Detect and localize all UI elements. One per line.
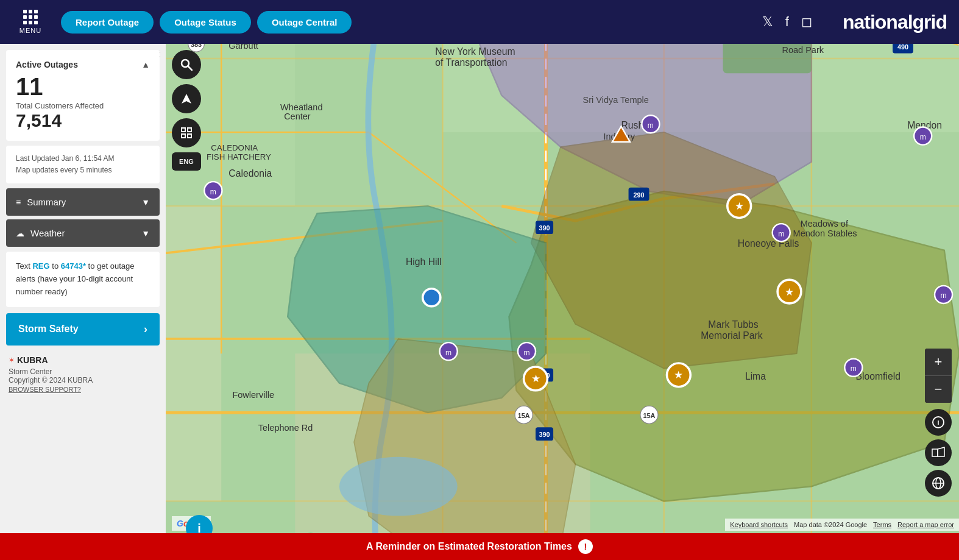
svg-text:Garbutt: Garbutt xyxy=(228,44,258,51)
weather-chevron-icon: ▼ xyxy=(141,229,150,238)
report-outage-button[interactable]: Report Outage xyxy=(61,11,154,34)
search-button[interactable] xyxy=(172,50,201,79)
map-controls-left: ENG xyxy=(172,50,201,171)
sms-keyword: REG xyxy=(32,261,49,271)
browser-support-link[interactable]: BROWSER SUPPORT? xyxy=(9,386,157,393)
svg-text:15A: 15A xyxy=(643,412,656,419)
svg-text:Meadows of: Meadows of xyxy=(801,219,849,229)
instagram-icon[interactable]: ◻ xyxy=(801,14,812,30)
weather-menu-item[interactable]: ☁ Weather ▼ xyxy=(6,219,160,247)
svg-text:Road Park: Road Park xyxy=(782,45,824,55)
outage-status-button[interactable]: Outage Status xyxy=(160,11,251,34)
banner-alert-icon: ! xyxy=(578,539,593,554)
menu-section: ≡ Summary ▼ ☁ Weather ▼ xyxy=(6,188,160,247)
map-type-icon xyxy=(932,446,945,459)
kubra-name: KUBRA xyxy=(17,355,48,365)
svg-text:Honeoye Falls: Honeoye Falls xyxy=(738,238,799,249)
sms-text-before: Text xyxy=(16,261,32,271)
globe-button[interactable] xyxy=(925,470,952,497)
header-nav: Report Outage Outage Status Outage Centr… xyxy=(61,11,352,34)
svg-text:CALEDONIA: CALEDONIA xyxy=(211,143,258,152)
banner-text: A Reminder on Estimated Restoration Time… xyxy=(366,541,572,552)
svg-line-110 xyxy=(188,66,192,70)
svg-text:Mendon Stables: Mendon Stables xyxy=(793,229,857,238)
language-button[interactable]: ENG xyxy=(172,152,201,171)
menu-button[interactable]: MENU xyxy=(12,4,49,40)
svg-rect-112 xyxy=(182,128,185,132)
report-map-error-link[interactable]: Report a map error xyxy=(897,521,954,528)
weather-label: Weather xyxy=(30,228,65,238)
storm-safety-label: Storm Safety xyxy=(18,324,79,335)
svg-text:High Hill: High Hill xyxy=(406,257,442,267)
collapse-icon[interactable]: ▲ xyxy=(141,60,150,69)
svg-rect-118 xyxy=(932,449,938,456)
sms-alert-card: Text REG to 64743* to get outage alerts … xyxy=(6,252,160,307)
svg-text:m: m xyxy=(445,349,451,357)
summary-chevron-icon: ▼ xyxy=(141,197,150,207)
terms-link[interactable]: Terms xyxy=(873,521,891,528)
svg-text:Bloomfield: Bloomfield xyxy=(855,371,900,381)
svg-text:★: ★ xyxy=(735,200,744,212)
svg-text:FISH HATCHERY: FISH HATCHERY xyxy=(207,152,271,161)
map-data-label: Map data ©2024 Google xyxy=(794,521,867,528)
layer-icon: i xyxy=(932,416,945,429)
facebook-icon[interactable]: f xyxy=(785,14,789,30)
svg-text:Rush: Rush xyxy=(621,120,643,130)
svg-text:Telephone Rd: Telephone Rd xyxy=(258,423,313,433)
brand-logo: nationalgrid xyxy=(843,11,947,34)
svg-text:Wheatland: Wheatland xyxy=(280,102,322,112)
layer-button[interactable]: i xyxy=(925,409,952,436)
map-update-interval: Map updates every 5 minutes xyxy=(16,165,150,176)
outage-central-button[interactable]: Outage Central xyxy=(257,11,352,34)
kubra-star-icon: ✶ xyxy=(9,356,15,364)
sidebar: × Active Outages ▲ 11 Total Customers Af… xyxy=(0,44,166,560)
location-button[interactable] xyxy=(172,84,201,113)
storm-center-label: Storm Center xyxy=(9,367,157,376)
svg-text:Caledonia: Caledonia xyxy=(228,168,272,179)
svg-text:i: i xyxy=(937,419,939,426)
bottom-banner[interactable]: A Reminder on Estimated Restoration Time… xyxy=(0,533,959,560)
weather-icon: ☁ xyxy=(16,229,24,238)
outage-summary-card: Active Outages ▲ 11 Total Customers Affe… xyxy=(6,50,160,141)
location-icon xyxy=(180,93,193,105)
svg-rect-114 xyxy=(182,134,185,138)
summary-menu-item[interactable]: ≡ Summary ▼ xyxy=(6,188,160,216)
svg-text:490: 490 xyxy=(897,44,908,51)
expand-button[interactable] xyxy=(172,118,201,147)
svg-text:Memorial Park: Memorial Park xyxy=(701,330,763,341)
total-customers-count: 7,514 xyxy=(16,110,150,131)
keyboard-shortcuts-link[interactable]: Keyboard shortcuts xyxy=(730,521,788,528)
svg-text:m: m xyxy=(523,349,529,357)
map-type-button[interactable] xyxy=(925,439,952,466)
svg-text:m: m xyxy=(210,188,216,196)
storm-safety-chevron-icon: › xyxy=(144,323,147,336)
social-icons: 𝕏 f ◻ nationalgrid xyxy=(762,11,947,34)
svg-text:of Transportation: of Transportation xyxy=(435,57,507,68)
search-icon xyxy=(180,58,193,71)
svg-text:Sri Vidya Temple: Sri Vidya Temple xyxy=(583,95,649,105)
active-outages-count: 11 xyxy=(16,74,150,99)
twitter-icon[interactable]: 𝕏 xyxy=(762,14,773,30)
svg-text:15A: 15A xyxy=(518,412,530,419)
zoom-in-button[interactable]: + xyxy=(925,349,952,375)
outage-header: Active Outages ▲ xyxy=(16,60,150,69)
map-attribution: Keyboard shortcuts Map data ©2024 Google… xyxy=(725,519,959,531)
storm-safety-button[interactable]: Storm Safety › xyxy=(6,313,160,346)
expand-icon xyxy=(180,127,193,139)
sms-number: 64743* xyxy=(61,261,86,271)
summary-label: Summary xyxy=(27,197,66,207)
svg-text:New York Museum: New York Museum xyxy=(435,46,515,57)
summary-icon: ≡ xyxy=(16,197,21,207)
svg-text:★: ★ xyxy=(674,369,683,381)
zoom-out-button[interactable]: − xyxy=(925,376,952,403)
svg-text:Center: Center xyxy=(284,112,311,121)
header: MENU Report Outage Outage Status Outage … xyxy=(0,0,959,44)
zoom-controls: + − xyxy=(925,349,952,403)
svg-text:Mark Tubbs: Mark Tubbs xyxy=(708,319,758,330)
svg-text:m: m xyxy=(778,230,784,238)
svg-rect-115 xyxy=(188,134,191,138)
last-updated-text: Last Updated Jan 6, 11:54 AM xyxy=(16,153,150,165)
sms-text-to: to xyxy=(52,261,60,271)
svg-marker-119 xyxy=(938,447,944,456)
update-info-card: Last Updated Jan 6, 11:54 AM Map updates… xyxy=(6,146,160,183)
